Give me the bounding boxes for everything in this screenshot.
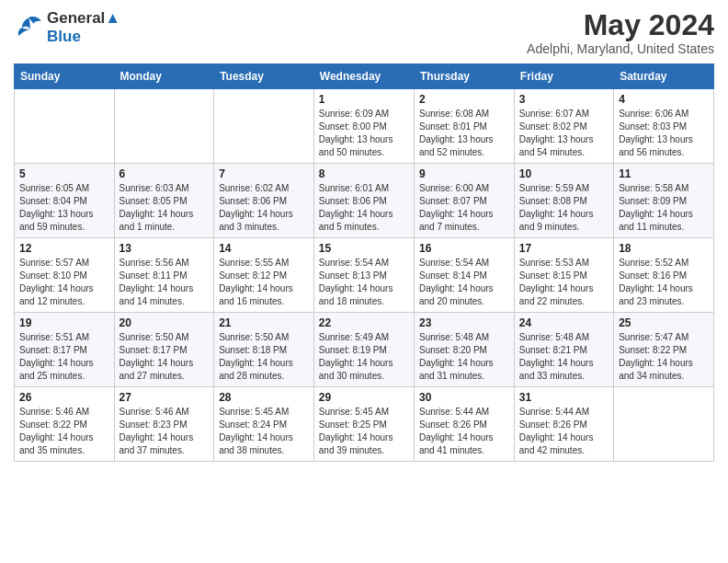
day-number: 2: [419, 93, 509, 106]
day-info: Sunrise: 5:53 AM Sunset: 8:15 PM Dayligh…: [519, 257, 609, 308]
day-info: Sunrise: 6:02 AM Sunset: 8:06 PM Dayligh…: [219, 182, 309, 234]
day-info: Sunrise: 5:50 AM Sunset: 8:17 PM Dayligh…: [119, 331, 210, 383]
calendar-day-cell: 25Sunrise: 5:47 AM Sunset: 8:22 PM Dayli…: [614, 313, 714, 387]
calendar-day-cell: 9Sunrise: 6:00 AM Sunset: 8:07 PM Daylig…: [414, 164, 514, 238]
day-number: 9: [419, 167, 509, 180]
day-number: 31: [519, 391, 609, 404]
day-number: 30: [419, 391, 509, 404]
calendar-day-cell: 22Sunrise: 5:49 AM Sunset: 8:19 PM Dayli…: [313, 313, 414, 387]
weekday-header-tuesday: Tuesday: [214, 64, 314, 89]
page-header: General▲ Blue May 2024 Adelphi, Maryland…: [14, 9, 714, 56]
day-number: 23: [419, 316, 509, 329]
calendar-day-cell: 15Sunrise: 5:54 AM Sunset: 8:13 PM Dayli…: [313, 238, 414, 313]
day-number: 12: [19, 242, 109, 255]
day-info: Sunrise: 5:50 AM Sunset: 8:18 PM Dayligh…: [219, 331, 309, 383]
day-info: Sunrise: 5:52 AM Sunset: 8:16 PM Dayligh…: [619, 257, 709, 308]
weekday-header-monday: Monday: [114, 64, 214, 89]
calendar-day-cell: 3Sunrise: 6:07 AM Sunset: 8:02 PM Daylig…: [514, 89, 613, 164]
day-number: 5: [19, 167, 109, 180]
weekday-header-thursday: Thursday: [414, 64, 514, 89]
weekday-header-sunday: Sunday: [15, 64, 115, 89]
calendar-day-cell: 19Sunrise: 5:51 AM Sunset: 8:17 PM Dayli…: [15, 313, 115, 387]
title-section: May 2024 Adelphi, Maryland, United State…: [527, 9, 714, 56]
day-info: Sunrise: 5:59 AM Sunset: 8:08 PM Dayligh…: [519, 182, 609, 234]
day-number: 15: [319, 242, 409, 255]
day-number: 19: [19, 316, 109, 329]
day-info: Sunrise: 6:09 AM Sunset: 8:00 PM Dayligh…: [319, 108, 409, 159]
calendar-empty-cell: [114, 89, 214, 164]
day-info: Sunrise: 5:55 AM Sunset: 8:12 PM Dayligh…: [219, 257, 309, 308]
day-number: 21: [219, 316, 309, 329]
day-number: 3: [519, 93, 609, 106]
day-info: Sunrise: 6:01 AM Sunset: 8:06 PM Dayligh…: [319, 182, 409, 234]
calendar-day-cell: 26Sunrise: 5:46 AM Sunset: 8:22 PM Dayli…: [15, 387, 115, 462]
weekday-header-saturday: Saturday: [614, 64, 714, 89]
calendar-day-cell: 30Sunrise: 5:44 AM Sunset: 8:26 PM Dayli…: [414, 387, 514, 462]
calendar-day-cell: 10Sunrise: 5:59 AM Sunset: 8:08 PM Dayli…: [514, 164, 613, 238]
day-number: 25: [619, 316, 709, 329]
day-info: Sunrise: 5:46 AM Sunset: 8:23 PM Dayligh…: [119, 406, 210, 457]
day-info: Sunrise: 5:57 AM Sunset: 8:10 PM Dayligh…: [19, 257, 109, 308]
day-number: 17: [519, 242, 609, 255]
calendar-title: May 2024: [527, 9, 714, 41]
day-number: 18: [619, 242, 709, 255]
day-info: Sunrise: 5:46 AM Sunset: 8:22 PM Dayligh…: [19, 406, 109, 457]
day-info: Sunrise: 5:47 AM Sunset: 8:22 PM Dayligh…: [619, 331, 709, 383]
day-info: Sunrise: 6:03 AM Sunset: 8:05 PM Dayligh…: [119, 182, 210, 234]
weekday-header-wednesday: Wednesday: [313, 64, 414, 89]
calendar-day-cell: 16Sunrise: 5:54 AM Sunset: 8:14 PM Dayli…: [414, 238, 514, 313]
day-number: 4: [619, 93, 709, 106]
day-info: Sunrise: 5:54 AM Sunset: 8:14 PM Dayligh…: [419, 257, 509, 308]
calendar-day-cell: 28Sunrise: 5:45 AM Sunset: 8:24 PM Dayli…: [214, 387, 314, 462]
calendar-day-cell: 14Sunrise: 5:55 AM Sunset: 8:12 PM Dayli…: [214, 238, 314, 313]
day-number: 16: [419, 242, 509, 255]
day-info: Sunrise: 6:07 AM Sunset: 8:02 PM Dayligh…: [519, 108, 609, 159]
calendar-day-cell: 24Sunrise: 5:48 AM Sunset: 8:21 PM Dayli…: [514, 313, 613, 387]
day-info: Sunrise: 5:44 AM Sunset: 8:26 PM Dayligh…: [419, 406, 509, 457]
calendar-day-cell: 18Sunrise: 5:52 AM Sunset: 8:16 PM Dayli…: [614, 238, 714, 313]
calendar-week-row: 5Sunrise: 6:05 AM Sunset: 8:04 PM Daylig…: [15, 164, 714, 238]
calendar-day-cell: 27Sunrise: 5:46 AM Sunset: 8:23 PM Dayli…: [114, 387, 214, 462]
calendar-day-cell: 23Sunrise: 5:48 AM Sunset: 8:20 PM Dayli…: [414, 313, 514, 387]
calendar-day-cell: 5Sunrise: 6:05 AM Sunset: 8:04 PM Daylig…: [15, 164, 115, 238]
day-number: 1: [319, 93, 409, 106]
logo: General▲ Blue: [14, 9, 120, 45]
day-number: 13: [119, 242, 210, 255]
calendar-day-cell: 13Sunrise: 5:56 AM Sunset: 8:11 PM Dayli…: [114, 238, 214, 313]
day-info: Sunrise: 5:49 AM Sunset: 8:19 PM Dayligh…: [319, 331, 409, 383]
day-number: 20: [119, 316, 210, 329]
calendar-day-cell: 17Sunrise: 5:53 AM Sunset: 8:15 PM Dayli…: [514, 238, 613, 313]
calendar-subtitle: Adelphi, Maryland, United States: [527, 41, 714, 56]
logo-icon: [14, 15, 43, 40]
calendar-week-row: 19Sunrise: 5:51 AM Sunset: 8:17 PM Dayli…: [15, 313, 714, 387]
calendar-day-cell: 21Sunrise: 5:50 AM Sunset: 8:18 PM Dayli…: [214, 313, 314, 387]
day-info: Sunrise: 6:00 AM Sunset: 8:07 PM Dayligh…: [419, 182, 509, 234]
day-number: 8: [319, 167, 409, 180]
day-info: Sunrise: 6:05 AM Sunset: 8:04 PM Dayligh…: [19, 182, 109, 234]
day-number: 22: [319, 316, 409, 329]
calendar-day-cell: 11Sunrise: 5:58 AM Sunset: 8:09 PM Dayli…: [614, 164, 714, 238]
calendar-empty-cell: [15, 89, 115, 164]
calendar-week-row: 1Sunrise: 6:09 AM Sunset: 8:00 PM Daylig…: [15, 89, 714, 164]
day-number: 28: [219, 391, 309, 404]
day-info: Sunrise: 5:58 AM Sunset: 8:09 PM Dayligh…: [619, 182, 709, 234]
calendar-table: SundayMondayTuesdayWednesdayThursdayFrid…: [14, 63, 714, 462]
weekday-header-friday: Friday: [514, 64, 613, 89]
day-number: 14: [219, 242, 309, 255]
logo-text: General▲ Blue: [47, 9, 120, 45]
calendar-week-row: 26Sunrise: 5:46 AM Sunset: 8:22 PM Dayli…: [15, 387, 714, 462]
day-info: Sunrise: 5:54 AM Sunset: 8:13 PM Dayligh…: [319, 257, 409, 308]
calendar-week-row: 12Sunrise: 5:57 AM Sunset: 8:10 PM Dayli…: [15, 238, 714, 313]
day-number: 26: [19, 391, 109, 404]
weekday-header-row: SundayMondayTuesdayWednesdayThursdayFrid…: [15, 64, 714, 89]
day-info: Sunrise: 5:44 AM Sunset: 8:26 PM Dayligh…: [519, 406, 609, 457]
day-info: Sunrise: 6:06 AM Sunset: 8:03 PM Dayligh…: [619, 108, 709, 159]
day-info: Sunrise: 5:48 AM Sunset: 8:21 PM Dayligh…: [519, 331, 609, 383]
day-info: Sunrise: 6:08 AM Sunset: 8:01 PM Dayligh…: [419, 108, 509, 159]
day-number: 11: [619, 167, 709, 180]
day-number: 6: [119, 167, 210, 180]
calendar-day-cell: 8Sunrise: 6:01 AM Sunset: 8:06 PM Daylig…: [313, 164, 414, 238]
day-number: 7: [219, 167, 309, 180]
calendar-empty-cell: [214, 89, 314, 164]
day-number: 27: [119, 391, 210, 404]
